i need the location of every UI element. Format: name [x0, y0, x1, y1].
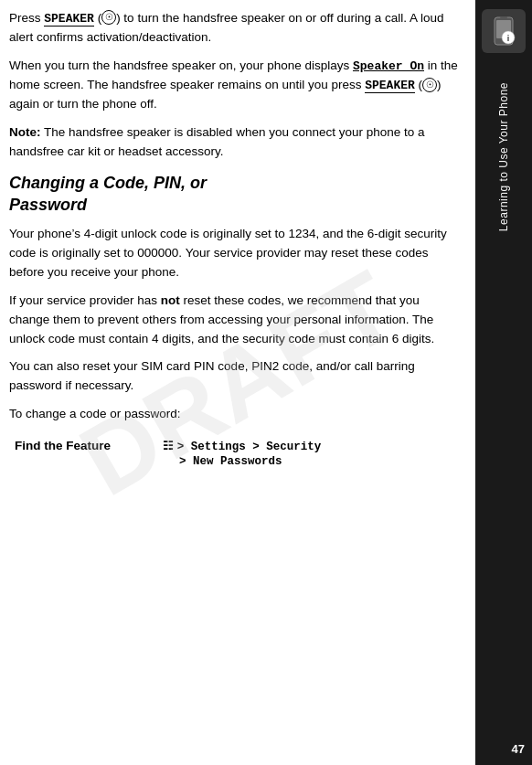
note-para: Note: The handsfree speaker is disabled …	[9, 123, 459, 162]
speaker-keyword-2: SPEAKER	[365, 79, 415, 93]
info-icon-box: i	[482, 9, 526, 53]
note-text: The handsfree speaker is disabled when y…	[9, 125, 425, 158]
recommend-para: If your service provider has not reset t…	[9, 292, 459, 349]
path-arrow2: > New Passwords	[163, 455, 282, 468]
find-feature-table: Find the Feature ☷ > Settings > Security…	[9, 433, 459, 473]
menu-icon-path: ☷	[163, 441, 174, 453]
page-container: DRAFT Press SPEAKER (☉) to turn the hand…	[0, 0, 532, 765]
sim-para: You can also reset your SIM card PIN cod…	[9, 357, 459, 396]
section-heading: Changing a Code, PIN, or Password	[9, 173, 459, 216]
side-tab-label: Learning to Use Your Phone	[497, 82, 510, 231]
find-feature-path: ☷ > Settings > Security > New Passwords	[159, 435, 457, 472]
svg-rect-2	[500, 16, 507, 18]
speaker-icon-2: ☉	[422, 78, 437, 92]
find-feature-row: Find the Feature ☷ > Settings > Security…	[11, 435, 457, 472]
note-label: Note:	[9, 125, 41, 139]
side-tab: i Learning to Use Your Phone 47	[475, 0, 532, 765]
handsfree-on-para: When you turn the handsfree speaker on, …	[9, 57, 459, 114]
speaker-icon-1: ☉	[101, 10, 116, 25]
not-emphasis: not	[161, 293, 180, 307]
press-speaker-para: Press SPEAKER (☉) to turn the handsfree …	[9, 9, 459, 48]
phone-info-icon: i	[488, 16, 519, 47]
page-number: 47	[512, 742, 525, 756]
change-intro: To change a code or password:	[9, 405, 459, 424]
path-arrow1: > Settings > Security	[177, 441, 322, 453]
main-content: DRAFT Press SPEAKER (☉) to turn the hand…	[0, 0, 475, 765]
speaker-keyword-1: SPEAKER	[44, 12, 94, 27]
unlock-para: Your phone’s 4-digit unlock code is orig…	[9, 225, 459, 282]
svg-text:i: i	[507, 34, 510, 43]
speaker-on-label: Speaker On	[353, 59, 424, 73]
find-feature-label: Find the Feature	[11, 435, 157, 472]
